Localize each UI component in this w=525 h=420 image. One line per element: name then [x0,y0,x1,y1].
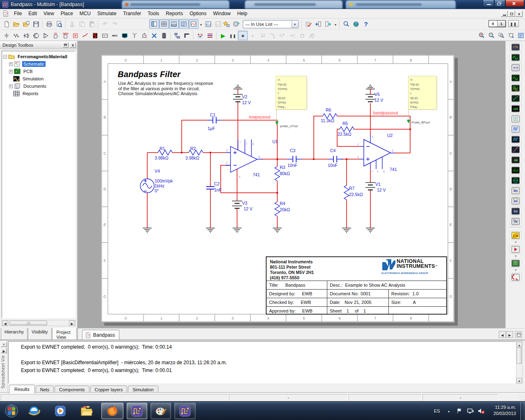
ni-elvis-menu-arrow[interactable]: ▸ [510,268,522,272]
menu-transfer[interactable]: Transfer [120,9,144,18]
multisim-2-taskbar-button[interactable] [174,403,196,419]
language-indicator[interactable]: ES [434,409,440,413]
zoom-area-button[interactable] [496,31,506,40]
pause-simulation-button[interactable] [228,31,238,40]
probe-bp-label[interactable]: Probe_BPout [411,121,430,124]
minimize-button[interactable] [483,0,494,7]
menu-reports[interactable]: Reports [162,9,186,18]
ni-elvis-button[interactable] [510,259,521,268]
network-icon[interactable] [467,408,474,414]
restore-button[interactable] [494,0,505,7]
zoom-in-button[interactable] [477,31,486,40]
battery-symbols[interactable] [232,94,375,208]
record-button[interactable] [248,31,258,40]
sidebar-horizontal-scrollbar[interactable] [2,320,75,326]
menu-simulate[interactable]: Simulate [94,9,120,18]
place-misc-digital-button[interactable] [71,31,80,40]
volume-muted-icon[interactable] [477,408,485,414]
panel-close-button[interactable]: x [70,42,76,48]
spreadsheet-expand-button[interactable] [1,348,7,353]
menu-place[interactable]: Place [57,9,76,18]
internet-explorer-taskbar-button[interactable] [25,403,43,419]
explorer-taskbar-button[interactable] [78,403,95,419]
menu-mcu[interactable]: MCU [76,9,94,18]
place-mixed-button[interactable] [80,31,90,40]
print-preview-button[interactable] [54,19,64,29]
tree-item-schematic[interactable]: Schematic [2,60,75,68]
paint-taskbar-button[interactable] [151,403,171,419]
bode-plotter-button[interactable] [510,94,521,103]
stop-simulation-button[interactable] [238,31,248,40]
probe-lp-label[interactable]: probe_LPout [280,124,298,128]
back-annotate-button[interactable] [313,19,323,29]
place-electromechanical-button[interactable] [139,31,149,40]
paste-button[interactable] [87,19,97,29]
show-desktop-button[interactable] [520,402,525,420]
action-center-flag-icon[interactable] [456,408,463,414]
probe-bp-icon[interactable] [407,120,410,123]
net-rules-button[interactable] [205,31,215,40]
firefox-taskbar-button[interactable] [101,403,123,419]
erc-button[interactable] [304,19,313,29]
logic-converter-button[interactable] [510,125,521,134]
wattmeter-button[interactable] [510,63,521,72]
step-over-button[interactable] [267,31,277,40]
place-transistor-button[interactable] [31,31,41,40]
place-bus-button[interactable] [182,31,192,40]
capacitor-c4[interactable] [328,156,343,162]
scroll-down-button[interactable] [516,378,522,383]
tree-item-pcb[interactable]: PCB [2,68,75,75]
spreadsheet-close-button[interactable]: x [1,342,7,347]
grapher-view-toggle[interactable] [189,19,199,29]
probe-info-box-lp[interactable]: V:V(p-p): V(rms):I: I(p-p):I(rms): Freq.… [276,76,307,110]
tree-item-root[interactable]: FerromagneticMaterialI [2,53,75,60]
resistor-r1[interactable] [158,150,172,155]
run-to-cursor-button[interactable] [287,31,297,40]
component-labels[interactable]: R1 3.98kΩ R2 3.98kΩ R3 80kΩ R4 20kΩ R5 2… [155,92,397,212]
tray-expand-icon[interactable]: ▲ [447,410,450,413]
agilent-multimeter-button[interactable]: AG [510,196,521,205]
mdi-minimize-button[interactable] [501,11,508,17]
tree-item-simulation[interactable]: Simulation [2,75,75,82]
set-breakpoint-button[interactable] [297,31,307,40]
new-file-button[interactable] [2,19,11,29]
step-into-button[interactable] [258,31,267,40]
place-indicator-button[interactable] [90,31,100,40]
tab-list-button[interactable] [515,331,522,338]
media-player-taskbar-button[interactable] [52,403,69,419]
menu-options[interactable]: Options [186,9,210,18]
design-toolbox-toggle[interactable] [149,19,159,29]
place-mcu-button[interactable] [159,31,169,40]
probe-lp-icon[interactable] [275,121,278,125]
current-clamp-button[interactable] [510,273,521,282]
tree-item-documents[interactable]: Documents [2,82,75,90]
find-button[interactable] [341,19,351,29]
open-file-button[interactable] [11,19,21,29]
multimeter-button[interactable] [510,43,521,52]
close-button[interactable] [505,0,524,7]
education-web-button[interactable] [351,19,361,29]
toolbar-options-arrow[interactable] [199,19,203,29]
place-misc-button[interactable]: MISC [110,31,120,40]
redo-button[interactable] [110,19,120,29]
copy-button[interactable] [77,19,87,29]
grapher-button[interactable] [203,19,213,29]
ac-source-v4[interactable] [140,179,154,193]
spreadsheet-scrollbar[interactable] [516,341,523,383]
agilent-function-generator-button[interactable]: AG [510,186,521,195]
opamp-u2[interactable] [360,135,395,169]
fullscreen-button[interactable] [516,31,525,40]
menu-help[interactable]: Help [234,9,251,18]
resistor-r2[interactable] [189,150,203,155]
scroll-up-button[interactable] [516,342,522,347]
menu-view[interactable]: View [40,9,57,18]
wires[interactable] [147,89,410,228]
scrollbar-thumb[interactable] [9,321,47,325]
capacitor-c1[interactable] [208,117,221,123]
taskbar-clock[interactable]: 11:29 a.m. 20/03/2013 [493,404,516,417]
ground-symbols[interactable] [143,85,375,233]
netlist-view-toggle[interactable] [179,19,189,29]
resistor-r5[interactable] [340,127,354,132]
spreadsheet-view-toggle[interactable] [159,19,169,29]
labview-instruments-menu-arrow[interactable]: ▸ [510,254,522,258]
